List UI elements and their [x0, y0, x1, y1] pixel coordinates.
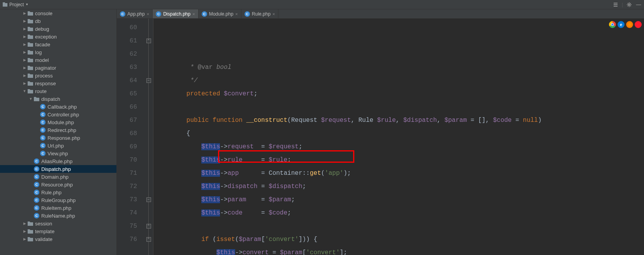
gear-icon[interactable]: [626, 2, 632, 8]
tree-item-debug[interactable]: ▶debug: [0, 25, 116, 33]
php-file-icon: C: [202, 11, 207, 17]
tab-dispatch-php[interactable]: CDispatch.php×: [153, 9, 198, 18]
tree-arrow-icon[interactable]: ▼: [28, 97, 33, 101]
code-line[interactable]: $this->request = $request;: [157, 140, 644, 153]
fold-marker[interactable]: ⌃: [144, 34, 153, 47]
tree-item-rule-php[interactable]: CRule.php: [0, 188, 116, 196]
code-line[interactable]: public function __construct(Request $req…: [157, 114, 644, 127]
tree-item-aliasrule-php[interactable]: CAliasRule.php: [0, 157, 116, 165]
tree-item-resource-php[interactable]: CResource.php: [0, 181, 116, 188]
tree-arrow-icon[interactable]: ▶: [22, 42, 27, 46]
tree-item-dispatch-php[interactable]: CDispatch.php: [0, 165, 116, 173]
tree-item-dispatch[interactable]: ▼dispatch: [0, 95, 116, 103]
tab-app-php[interactable]: CApp.php×: [117, 9, 153, 18]
tabs-bar: CApp.php×CDispatch.php×CModule.php×CRule…: [117, 9, 644, 19]
line-number: 67: [117, 114, 137, 127]
tree-item-session[interactable]: ▶session: [0, 220, 116, 227]
tree-item-template[interactable]: ▶template: [0, 227, 116, 235]
code-line[interactable]: $this->code = $code;: [157, 206, 644, 220]
code-line[interactable]: protected $convert;: [157, 87, 644, 100]
tree-arrow-icon[interactable]: ▶: [22, 222, 27, 225]
tree-item-redirect-php[interactable]: CRedirect.php: [0, 126, 116, 134]
tree-item-ruleitem-php[interactable]: CRuleItem.php: [0, 204, 116, 212]
fold-marker[interactable]: −: [144, 74, 153, 87]
tree-item-log[interactable]: ▶log: [0, 48, 116, 56]
close-icon[interactable]: ×: [147, 12, 149, 16]
tree-arrow-icon[interactable]: ▶: [22, 74, 27, 77]
code-line[interactable]: * @var bool: [157, 61, 644, 74]
firefox-icon[interactable]: [626, 21, 633, 28]
tree-item-label: View.php: [48, 151, 68, 157]
close-icon[interactable]: ×: [273, 12, 275, 16]
tree-arrow-icon[interactable]: ▶: [22, 11, 27, 15]
tree-item-domain-php[interactable]: CDomain.php: [0, 173, 116, 181]
fold-marker[interactable]: ⌃: [144, 220, 153, 233]
tree-item-label: RuleName.php: [41, 213, 75, 219]
code-line[interactable]: if (isset($param['convert'])) {: [157, 233, 644, 246]
chrome-icon[interactable]: [609, 21, 616, 28]
tree-item-label: console: [35, 11, 53, 16]
tree-item-paginator[interactable]: ▶paginator: [0, 64, 116, 72]
tab-label: Dispatch.php: [163, 11, 190, 17]
tree-item-view-php[interactable]: CView.php: [0, 149, 116, 157]
line-number: 60: [117, 21, 137, 34]
project-dropdown[interactable]: Project ▼: [2, 2, 28, 7]
tab-rule-php[interactable]: CRule.php×: [241, 9, 278, 18]
tab-label: Rule.php: [252, 11, 271, 17]
tree-item-db[interactable]: ▶db: [0, 17, 116, 25]
fold-marker[interactable]: ⌃: [144, 233, 153, 246]
fold-gutter[interactable]: ⌃−−⌃⌃: [144, 19, 153, 255]
tree-item-process[interactable]: ▶process: [0, 72, 116, 79]
tree-item-model[interactable]: ▶model: [0, 56, 116, 64]
code-line[interactable]: */: [157, 74, 644, 87]
tree-item-label: paginator: [35, 65, 56, 71]
tree-item-label: AliasRule.php: [41, 158, 72, 164]
tree-arrow-icon[interactable]: ▶: [22, 35, 27, 39]
tree-arrow-icon[interactable]: ▶: [22, 81, 27, 85]
hide-icon[interactable]: —: [635, 2, 642, 8]
code-line[interactable]: $this->param = $param;: [157, 193, 644, 206]
code-line[interactable]: [157, 100, 644, 114]
tree-arrow-icon[interactable]: ▶: [22, 50, 27, 54]
editor-body[interactable]: 6061626364656667686970717273747576 ⌃−−⌃⌃…: [117, 19, 644, 255]
php-file-icon: C: [33, 166, 40, 172]
tree-arrow-icon[interactable]: ▶: [22, 66, 27, 70]
tree-arrow-icon[interactable]: ▶: [22, 237, 27, 241]
tree-item-callback-php[interactable]: CCallback.php: [0, 103, 116, 111]
tree-item-module-php[interactable]: CModule.php: [0, 118, 116, 126]
code-area[interactable]: * @var bool */ protected $convert; publi…: [153, 19, 644, 255]
close-icon[interactable]: ×: [235, 12, 238, 16]
tree-item-controller-php[interactable]: CController.php: [0, 111, 116, 118]
tree-arrow-icon[interactable]: ▶: [22, 229, 27, 233]
tree-item-facade[interactable]: ▶facade: [0, 40, 116, 48]
opera-icon[interactable]: [635, 21, 642, 28]
code-line[interactable]: $this->rule = $rule;: [157, 153, 644, 167]
code-line[interactable]: $this->dispatch = $dispatch;: [157, 180, 644, 193]
tree-item-response[interactable]: ▶response: [0, 79, 116, 87]
tree-item-console[interactable]: ▶console: [0, 9, 116, 17]
tree-item-rulename-php[interactable]: CRuleName.php: [0, 212, 116, 220]
tree-arrow-icon[interactable]: ▶: [22, 58, 27, 62]
tree-item-response-php[interactable]: CResponse.php: [0, 134, 116, 142]
tree-item-label: process: [35, 73, 53, 79]
collapse-icon[interactable]: [612, 2, 619, 8]
tree-arrow-icon[interactable]: ▼: [22, 89, 27, 93]
tree-item-rulegroup-php[interactable]: CRuleGroup.php: [0, 196, 116, 204]
close-icon[interactable]: ×: [192, 12, 195, 16]
php-file-icon: C: [40, 150, 46, 157]
edge-icon[interactable]: e: [618, 21, 625, 28]
tree-arrow-icon[interactable]: ▶: [22, 19, 27, 23]
code-line[interactable]: [157, 220, 644, 233]
tree-arrow-icon[interactable]: ▶: [22, 27, 27, 31]
fold-marker[interactable]: −: [144, 193, 153, 206]
code-line[interactable]: $this->convert = $param['convert'];: [157, 246, 644, 255]
code-line[interactable]: {: [157, 127, 644, 140]
code-line[interactable]: $this->app = Container::get('app');: [157, 167, 644, 180]
project-tree[interactable]: ▶console▶db▶debug▶exception▶facade▶log▶m…: [0, 9, 117, 255]
tree-item-exception[interactable]: ▶exception: [0, 33, 116, 40]
tab-module-php[interactable]: CModule.php×: [199, 9, 241, 18]
tree-item-validate[interactable]: ▶validate: [0, 235, 116, 243]
tree-item-route[interactable]: ▼route: [0, 87, 116, 95]
tree-item-url-php[interactable]: CUrl.php: [0, 142, 116, 149]
tree-item-label: Resource.php: [41, 182, 73, 188]
